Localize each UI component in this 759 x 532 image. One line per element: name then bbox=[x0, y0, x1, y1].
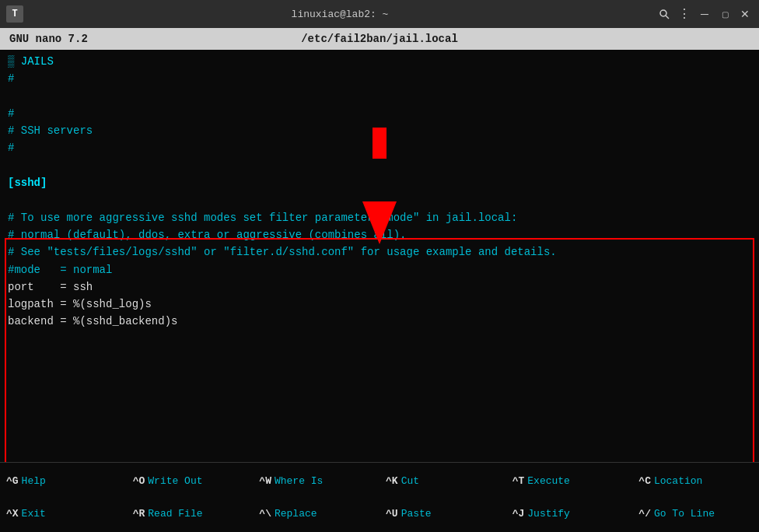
shortcuts-row-2: ^X Exit ^R Read File ^\ Replace ^U Paste… bbox=[0, 498, 759, 530]
shortcut-label: Go To Line bbox=[654, 508, 715, 520]
shortcut-key: ^J bbox=[512, 508, 525, 520]
editor-line: #mode = normal bbox=[0, 261, 759, 278]
editor-line: # See "tests/files/logs/sshd" or "filter… bbox=[0, 243, 759, 261]
shortcut-help[interactable]: ^G Help bbox=[0, 474, 127, 488]
shortcut-label: Write Out bbox=[148, 475, 202, 487]
shortcut-key: ^U bbox=[386, 508, 398, 520]
menu-button[interactable]: ⋮ bbox=[677, 6, 692, 22]
search-button[interactable] bbox=[656, 6, 672, 22]
shortcut-key: ^T bbox=[512, 475, 525, 487]
shortcut-key: ^R bbox=[133, 508, 145, 520]
editor-line bbox=[0, 88, 759, 105]
shortcut-label: Paste bbox=[401, 508, 432, 520]
shortcut-key: ^\ bbox=[259, 508, 271, 520]
titlebar: T linuxiac@lab2: ~ ⋮ ─ ▢ ✕ bbox=[0, 0, 759, 28]
shortcut-justify[interactable]: ^J Justify bbox=[506, 506, 633, 521]
shortcut-label: Cut bbox=[401, 475, 419, 487]
shortcut-key: ^C bbox=[638, 475, 651, 487]
minimize-button[interactable]: ─ bbox=[697, 6, 712, 22]
shortcut-label: Where Is bbox=[275, 475, 323, 487]
shortcut-label: Execute bbox=[527, 475, 570, 487]
editor-line: # bbox=[0, 105, 759, 122]
shortcut-label: Exit bbox=[22, 508, 46, 520]
editor-line: ▒ JAILS bbox=[0, 53, 759, 70]
editor-line: # bbox=[0, 70, 759, 87]
arrow-head bbox=[362, 201, 397, 244]
editor-line: backend = %(sshd_backend)s bbox=[0, 313, 759, 330]
shortcut-where-is[interactable]: ^W Where Is bbox=[253, 474, 380, 488]
terminal-icon: T bbox=[6, 5, 23, 23]
shortcut-goto-line[interactable]: ^/ Go To Line bbox=[632, 506, 759, 521]
window-title: linuxiac@lab2: ~ bbox=[30, 9, 650, 20]
nano-header: GNU nano 7.2 /etc/fail2ban/jail.local bbox=[0, 28, 759, 50]
maximize-button[interactable]: ▢ bbox=[717, 6, 733, 22]
shortcut-key: ^K bbox=[386, 475, 398, 487]
shortcut-key: ^O bbox=[133, 475, 145, 487]
svg-line-1 bbox=[666, 16, 669, 19]
shortcut-label: Justify bbox=[527, 508, 570, 520]
editor-line: port = ssh bbox=[0, 278, 759, 296]
nano-version: GNU nano 7.2 bbox=[9, 33, 134, 45]
window-controls: ⋮ ─ ▢ ✕ bbox=[656, 6, 753, 22]
shortcut-replace[interactable]: ^\ Replace bbox=[253, 506, 380, 521]
editor-area[interactable]: ▒ JAILS # # # SSH servers # [sshd] # To … bbox=[0, 50, 759, 462]
editor-line: logpath = %(sshd_log)s bbox=[0, 296, 759, 313]
shortcut-execute[interactable]: ^T Execute bbox=[506, 474, 633, 488]
shortcuts-bar: ^G Help ^O Write Out ^W Where Is ^K Cut … bbox=[0, 462, 759, 532]
shortcut-read-file[interactable]: ^R Read File bbox=[127, 506, 254, 521]
shortcut-key: ^/ bbox=[638, 508, 651, 520]
shortcuts-row-1: ^G Help ^O Write Out ^W Where Is ^K Cut … bbox=[0, 465, 759, 498]
shortcut-key: ^X bbox=[6, 508, 19, 520]
shortcut-label: Replace bbox=[275, 508, 317, 520]
shortcut-write-out[interactable]: ^O Write Out bbox=[127, 474, 254, 488]
shortcut-exit[interactable]: ^X Exit bbox=[0, 506, 127, 521]
svg-point-0 bbox=[660, 10, 666, 16]
shortcut-key: ^G bbox=[6, 475, 19, 487]
shortcut-location[interactable]: ^C Location bbox=[632, 474, 759, 488]
nano-filename: /etc/fail2ban/jail.local bbox=[134, 33, 625, 45]
shortcut-label: Location bbox=[654, 475, 702, 487]
shortcut-cut[interactable]: ^K Cut bbox=[380, 474, 506, 488]
shortcut-paste[interactable]: ^U Paste bbox=[380, 506, 506, 521]
close-button[interactable]: ✕ bbox=[737, 6, 753, 22]
shortcut-key: ^W bbox=[259, 475, 271, 487]
arrow-indicator bbox=[362, 170, 397, 244]
shortcut-label: Read File bbox=[148, 508, 202, 520]
shortcut-label: Help bbox=[22, 475, 46, 487]
arrow-stem bbox=[373, 128, 386, 159]
